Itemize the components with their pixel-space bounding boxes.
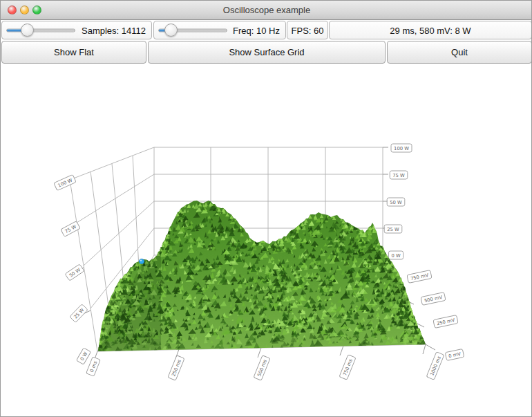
- axis-label: 250 ms: [168, 355, 184, 380]
- axis-label: 750 ms: [339, 355, 356, 380]
- show-surface-grid-label: Show Surface Grid: [229, 47, 304, 57]
- fps-panel: FPS: 60: [287, 21, 328, 39]
- axis-label: 75 W: [61, 221, 80, 237]
- title-bar[interactable]: Oscilloscope example: [1, 1, 532, 20]
- slider-thumb[interactable]: [21, 24, 34, 37]
- axis-label: 50 W: [65, 264, 84, 281]
- axis-tick: [258, 348, 261, 358]
- surface-plot-area[interactable]: 100 W75 W50 W25 W0 W100 W75 W50 W25 W0 W…: [1, 64, 532, 417]
- axis-label: 50 W: [387, 198, 405, 206]
- selection-status-label: 29 ms, 580 mV: 8 W: [330, 25, 531, 35]
- surface-3d-chart[interactable]: 100 W75 W50 W25 W0 W100 W75 W50 W25 W0 W…: [1, 64, 532, 417]
- svg-text:75 W: 75 W: [392, 173, 405, 178]
- axis-label: 100 W: [391, 144, 412, 152]
- axis-label: 500 ms: [254, 355, 270, 380]
- show-flat-label: Show Flat: [54, 47, 94, 57]
- axis-tick: [426, 344, 435, 350]
- grid-line: [91, 172, 111, 327]
- axis-label: 100 W: [54, 174, 76, 190]
- axis-label: 0 W: [388, 251, 403, 259]
- samples-slider[interactable]: [6, 21, 75, 39]
- grid-line: [70, 147, 154, 180]
- fps-label: FPS: 60: [287, 25, 327, 35]
- freq-panel: Freq: 10 Hz: [153, 21, 286, 39]
- show-flat-button[interactable]: Show Flat: [1, 41, 146, 64]
- freq-label: Freq: 10 Hz: [233, 25, 280, 35]
- app-window: Oscilloscope example Samples: 14112 Freq…: [0, 0, 532, 417]
- axis-label: 250 mV: [433, 315, 458, 328]
- axis-label: 25 W: [384, 225, 402, 233]
- slider-thumb[interactable]: [164, 24, 178, 37]
- axis-label: 750 mV: [407, 270, 432, 284]
- axis-label: 500 mV: [421, 293, 446, 306]
- axis-label: 75 W: [390, 171, 408, 179]
- axis-label: 0 W: [77, 348, 91, 364]
- axis-tick: [423, 344, 426, 354]
- selection-dot[interactable]: [139, 259, 144, 263]
- window-title: Oscilloscope example: [1, 5, 532, 15]
- axis-label: 1000 ms: [426, 352, 444, 380]
- axis-label: 0 mV: [445, 349, 464, 360]
- svg-text:25 W: 25 W: [387, 227, 399, 232]
- axis-tick: [340, 346, 343, 355]
- grid-line: [133, 156, 140, 279]
- freq-slider[interactable]: [158, 21, 227, 39]
- selection-dot-highlight: [140, 260, 142, 261]
- svg-text:50 W: 50 W: [390, 200, 402, 205]
- quit-button[interactable]: Quit: [387, 41, 532, 64]
- show-surface-grid-button[interactable]: Show Surface Grid: [148, 41, 386, 64]
- slider-track[interactable]: [6, 28, 75, 32]
- grid-line: [70, 180, 97, 351]
- samples-panel: Samples: 14112: [1, 21, 152, 39]
- samples-label: Samples: 14112: [82, 25, 146, 35]
- svg-text:0 W: 0 W: [391, 253, 400, 259]
- quit-label: Quit: [451, 47, 468, 57]
- svg-text:100 W: 100 W: [394, 146, 409, 151]
- selection-status-panel: 29 ms, 580 mV: 8 W: [329, 21, 532, 39]
- axis-label: 0 ms: [86, 357, 101, 376]
